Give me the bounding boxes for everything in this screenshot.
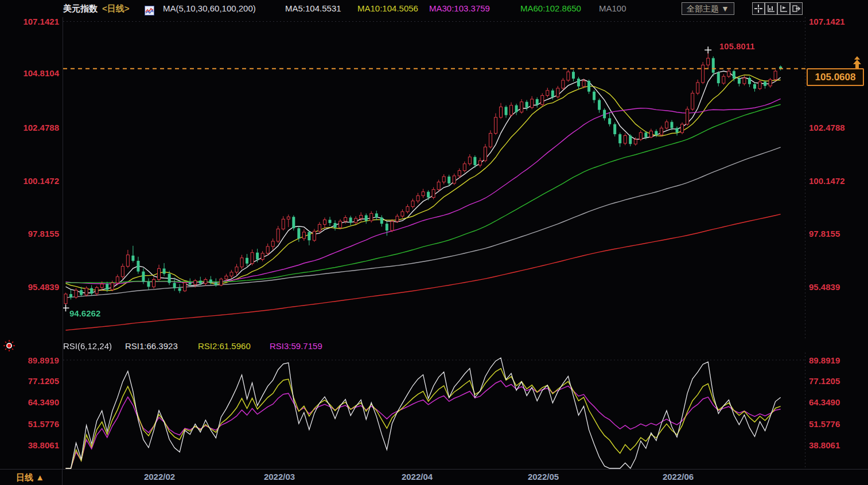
rsi-axis-tick-right: 51.5776 — [809, 419, 840, 429]
ma60-value-label: MA60:102.8650 — [520, 0, 581, 17]
x-axis-month-label: 2022/04 — [402, 472, 433, 482]
ma100-value-label: MA100 — [599, 0, 626, 17]
x-axis-month-label: 2022/02 — [144, 472, 175, 482]
x-axis-month-label: 2022/03 — [264, 472, 295, 482]
rsi-axis-tick: 77.1205 — [10, 376, 59, 386]
y-axis-tick: 104.8104 — [10, 68, 59, 78]
export-panel-button[interactable] — [790, 2, 803, 15]
chart-app-window: 美元指数 <日线> MA(5,10,30,60,100,200) MA5:104… — [0, 0, 868, 485]
main-chart-canvas[interactable] — [63, 17, 806, 339]
instrument-title: 美元指数 — [63, 0, 98, 17]
ma-params-label: MA(5,10,30,60,100,200) — [163, 0, 256, 17]
rsi-params-label: RSI(6,12,24) — [63, 339, 112, 353]
rsi-axis-tick: 38.8061 — [10, 440, 59, 450]
rsi-axis-tick-right: 38.8061 — [809, 440, 840, 450]
rsi-pane-header: RSI(6,12,24) RSI1:66.3923 RSI2:61.5960 R… — [0, 339, 868, 353]
ma10-value-label: MA10:104.5056 — [357, 0, 418, 17]
rsi1-value-label: RSI1:66.3923 — [125, 339, 178, 353]
y-axis-tick: 107.1421 — [10, 17, 59, 26]
ma5-value-label: MA5:104.5531 — [285, 0, 341, 17]
price-up-arrow-icon — [850, 56, 864, 71]
y-axis-tick-right: 107.1421 — [809, 17, 845, 26]
rsi-axis-tick-right: 77.1205 — [809, 376, 840, 386]
y-axis-tick-right: 95.4839 — [809, 282, 840, 292]
low-price-annotation: 94.6262 — [69, 308, 100, 318]
last-price-tag: 105.0608 — [807, 68, 864, 86]
alert-indicator-icon[interactable] — [3, 339, 15, 355]
x-axis-month-label: 2022/05 — [528, 472, 559, 482]
tab-daily-period[interactable]: 日线 ▲ — [0, 470, 63, 485]
rsi-axis-tick: 89.8919 — [10, 355, 59, 365]
rsi-axis-tick: 64.3490 — [10, 397, 59, 407]
high-price-annotation: 105.8011 — [719, 41, 755, 51]
y-axis-tick-right: 102.4788 — [809, 123, 845, 132]
x-axis-month-label: 2022/06 — [663, 472, 694, 482]
rsi-chart-canvas[interactable] — [63, 353, 806, 469]
time-axis-bar: 日线 ▲ 2022/02 2022/03 2022/04 2022/05 202… — [0, 469, 868, 485]
y-axis-tick: 95.4839 — [10, 282, 59, 292]
rsi-axis-tick-right: 89.8919 — [809, 355, 840, 365]
y-axis-tick: 102.4788 — [10, 123, 59, 132]
y-axis-tick: 97.8155 — [10, 229, 59, 238]
y-axis-tick-right: 97.8155 — [809, 229, 840, 238]
theme-dropdown[interactable]: 全部主题 ▼ — [682, 2, 734, 15]
y-axis-tick-right: 100.1472 — [809, 176, 845, 186]
ma30-value-label: MA30:103.3759 — [429, 0, 490, 17]
rsi2-value-label: RSI2:61.5960 — [198, 339, 251, 353]
axis-scale-button[interactable] — [765, 2, 777, 15]
y-axis-tick: 100.1472 — [10, 176, 59, 186]
rsi-axis-tick: 51.5776 — [10, 419, 59, 429]
rsi-axis-tick-right: 64.3490 — [809, 397, 840, 407]
period-tag: <日线> — [102, 0, 130, 17]
axis-flag-button[interactable] — [777, 2, 790, 15]
chart-header: 美元指数 <日线> MA(5,10,30,60,100,200) MA5:104… — [0, 0, 868, 17]
rsi3-value-label: RSI3:59.7159 — [270, 339, 322, 353]
crosshair-tool-button[interactable] — [752, 2, 765, 15]
